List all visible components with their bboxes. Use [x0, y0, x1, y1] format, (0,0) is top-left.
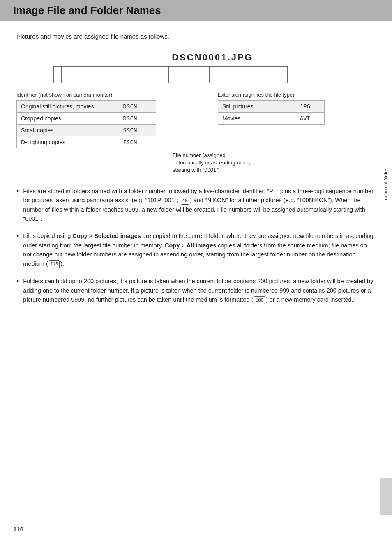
extension-label: Extension (signifies the file type) — [218, 92, 325, 98]
extension-ext-cell: .AVI — [292, 113, 325, 125]
identifier-code-cell: SSCN — [119, 125, 156, 136]
extension-name-cell: Still pictures — [218, 101, 292, 113]
identifier-name-cell: Small copies — [17, 125, 119, 136]
bold-text: Copy — [165, 242, 180, 249]
diagram-lines-svg — [49, 63, 362, 92]
right-section: Extension (signifies the file type) Stil… — [218, 92, 325, 125]
reference-icon: 46 — [181, 197, 189, 205]
page-title: Image File and Folder Names — [13, 4, 161, 17]
bold-text: Copy — [72, 233, 87, 239]
identifier-code-cell: DSCN — [119, 101, 156, 113]
table-row: D-Lighting copiesFSCN — [17, 136, 156, 148]
bullet-text: Folders can hold up to 200 pictures; if … — [23, 277, 376, 304]
main-content: Pictures and movies are assigned file na… — [0, 21, 392, 329]
identifier-name-cell: D-Lighting copies — [17, 136, 119, 148]
table-row: Small copiesSSCN — [17, 125, 156, 136]
bullet-list: Files are stored in folders named with a… — [16, 187, 376, 305]
extension-name-cell: Movies — [218, 113, 292, 125]
left-section: Identifier (not shown on camera monitor)… — [16, 92, 156, 148]
diagram-area: DSCN0001.JPG Identifier (not shown on ca… — [16, 52, 376, 174]
identifier-table: Original still pictures, moviesDSCNCropp… — [16, 100, 156, 148]
sidebar-label: Technical Notes — [381, 164, 392, 206]
intro-text: Pictures and movies are assigned file na… — [16, 33, 376, 40]
tables-row: Identifier (not shown on camera monitor)… — [16, 92, 376, 148]
list-item: Folders can hold up to 200 pictures; if … — [16, 277, 376, 304]
reference-icon: 113 — [49, 260, 60, 268]
bold-text: All images — [187, 242, 217, 249]
filename-display: DSCN0001.JPG — [49, 52, 376, 63]
identifier-label: Identifier (not shown on camera monitor) — [16, 92, 156, 98]
reference-icon: 106 — [254, 296, 265, 304]
extension-ext-cell: .JPG — [292, 101, 325, 113]
header-bar: Image File and Folder Names — [0, 0, 392, 21]
bold-text: Selected images — [94, 233, 141, 239]
sidebar-tab — [380, 478, 392, 515]
table-row: Movies.AVI — [218, 113, 325, 125]
list-item: Files are stored in folders named with a… — [16, 187, 376, 224]
bullet-text: Files copied using Copy > Selected image… — [23, 231, 376, 268]
identifier-name-cell: Cropped copies — [17, 113, 119, 125]
table-row: Original still pictures, moviesDSCN — [17, 101, 156, 113]
extension-table: Still pictures.JPGMovies.AVI — [218, 100, 325, 125]
list-item: Files copied using Copy > Selected image… — [16, 231, 376, 268]
identifier-code-cell: FSCN — [119, 136, 156, 148]
table-row: Still pictures.JPG — [218, 101, 325, 113]
bullet-text: Files are stored in folders named with a… — [23, 187, 376, 224]
identifier-name-cell: Original still pictures, movies — [17, 101, 119, 113]
page-number: 116 — [13, 526, 23, 533]
table-row: Cropped copiesRSCN — [17, 113, 156, 125]
identifier-code-cell: RSCN — [119, 113, 156, 125]
file-number-label: File number (assigned automatically in a… — [173, 152, 255, 174]
